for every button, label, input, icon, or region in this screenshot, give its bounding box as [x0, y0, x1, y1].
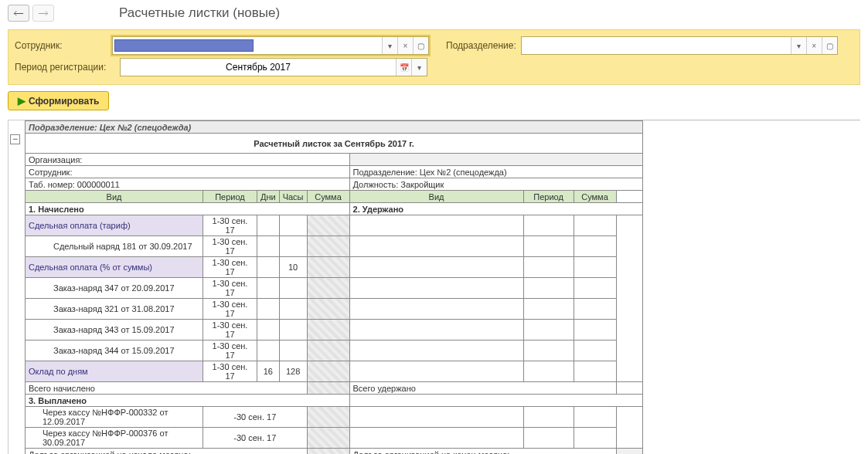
row-period: 1-30 сен. 17: [203, 215, 257, 236]
row-sum: [307, 340, 349, 361]
row-period: 1-30 сен. 17: [203, 278, 257, 299]
generate-label: Сформировать: [29, 96, 99, 107]
paid-name: Через кассу №НФФР-000376 от 30.09.2017: [26, 428, 203, 449]
paid-name: Через кассу №НФФР-000332 от 12.09.2017: [26, 407, 203, 428]
payslip-table: Подразделение: Цех №2 (спецодежда) Расче…: [25, 120, 643, 454]
debt-start: Долг за организацией на начало месяца:: [26, 449, 308, 455]
row-period: 1-30 сен. 17: [203, 299, 257, 320]
row-name: Сдельная оплата (тариф): [26, 215, 203, 236]
row-sum: [307, 215, 349, 236]
row-period: 1-30 сен. 17: [203, 236, 257, 257]
row-hours: 128: [279, 361, 307, 382]
info-position: Должность: Закройщик: [349, 178, 642, 191]
employee-input-wrap: ▾ × ▢: [112, 36, 429, 55]
toolbar: 🡐 🡒 Расчетные листки (новые): [0, 0, 868, 26]
filter-panel: Сотрудник: ▾ × ▢ Подразделение: ▾ × ▢ Пе…: [8, 29, 860, 85]
forward-button[interactable]: 🡒: [32, 5, 54, 22]
row-days: [257, 278, 280, 299]
row-name: Сдельная оплата (% от суммы): [26, 257, 203, 278]
col-kind-r: Вид: [349, 191, 523, 203]
row-days: [257, 257, 280, 278]
page-title: Расчетные листки (новые): [119, 5, 280, 21]
period-dropdown-button[interactable]: ▾: [411, 59, 427, 76]
emp-label: Сотрудник:: [29, 168, 73, 177]
row-period: 1-30 сен. 17: [203, 361, 257, 382]
employee-label: Сотрудник:: [15, 40, 107, 51]
row-sum: [307, 299, 349, 320]
total-withheld: Всего удержано: [349, 382, 616, 395]
row-period: 1-30 сен. 17: [203, 340, 257, 361]
row-name: Заказ-наряд 347 от 20.09.2017: [26, 278, 203, 299]
row-sum: [307, 278, 349, 299]
org-label: Организация:: [29, 155, 82, 164]
row-sum: [307, 236, 349, 257]
row-period: 1-30 сен. 17: [203, 320, 257, 340]
paid-period: -30 сен. 17: [203, 407, 308, 428]
sec-withheld: 2. Удержано: [349, 203, 642, 215]
row-sum: [307, 361, 349, 382]
col-sum-l: Сумма: [307, 191, 349, 203]
row-name: Сдельный наряд 181 от 30.09.2017: [26, 236, 203, 257]
department-input-wrap: ▾ × ▢: [521, 36, 838, 55]
row-hours: [279, 340, 307, 361]
col-kind-l: Вид: [26, 191, 203, 203]
tab-num: Таб. номер: 000000011: [26, 178, 350, 191]
period-input[interactable]: [121, 59, 396, 76]
row-hours: [279, 320, 307, 340]
row-days: [257, 320, 280, 340]
row-name: Заказ-наряд 343 от 15.09.2017: [26, 320, 203, 340]
row-name: Заказ-наряд 321 от 31.08.2017: [26, 299, 203, 320]
dept-header: Подразделение: Цех №2 (спецодежда): [26, 121, 643, 134]
employee-open-button[interactable]: ▢: [413, 37, 428, 54]
debt-end: Долг за организацией на конец месяца:: [349, 449, 616, 455]
row-days: [257, 299, 280, 320]
payslip-title: Расчетный листок за Сентябрь 2017 г.: [26, 134, 643, 154]
paid-period: -30 сен. 17: [203, 428, 308, 449]
total-accrued: Всего начислено: [26, 382, 308, 395]
row-hours: [279, 215, 307, 236]
col-hours: Часы: [279, 191, 307, 203]
col-period-r: Период: [523, 191, 574, 203]
row-sum: [307, 257, 349, 278]
tree-collapse-button[interactable]: −: [10, 134, 20, 144]
row-days: [257, 215, 280, 236]
sec-accrued: 1. Начислено: [26, 203, 350, 215]
back-button[interactable]: 🡐: [8, 5, 29, 22]
row-days: [257, 340, 280, 361]
employee-value-redacted: [114, 39, 254, 52]
col-period-l: Период: [203, 191, 257, 203]
period-label: Период регистрации:: [15, 62, 115, 73]
department-dropdown-button[interactable]: ▾: [791, 37, 806, 54]
col-days: Дни: [257, 191, 280, 203]
department-input[interactable]: [522, 37, 791, 54]
tree-gutter: −: [8, 120, 25, 454]
generate-button[interactable]: ▶ Сформировать: [8, 91, 109, 110]
row-hours: [279, 236, 307, 257]
employee-dropdown-button[interactable]: ▾: [382, 37, 397, 54]
col-sum-r: Сумма: [574, 191, 616, 203]
row-period: 1-30 сен. 17: [203, 257, 257, 278]
department-label: Подразделение:: [446, 40, 516, 51]
employee-clear-button[interactable]: ×: [397, 37, 413, 54]
row-hours: [279, 278, 307, 299]
row-hours: 10: [279, 257, 307, 278]
info-dept: Подразделение: Цех №2 (спецодежда): [349, 166, 642, 178]
period-input-wrap: 📅 ▾: [120, 58, 427, 76]
row-name: Заказ-наряд 344 от 15.09.2017: [26, 340, 203, 361]
row-days: [257, 236, 280, 257]
department-open-button[interactable]: ▢: [822, 37, 837, 54]
calendar-icon[interactable]: 📅: [396, 59, 411, 76]
row-days: 16: [257, 361, 280, 382]
row-name: Оклад по дням: [26, 361, 203, 382]
sec-paid: 3. Выплачено: [26, 395, 350, 407]
play-icon: ▶: [18, 95, 26, 107]
report-area: − Подразделение: Цех №2 (спецодежда) Рас…: [8, 120, 860, 454]
department-clear-button[interactable]: ×: [806, 37, 822, 54]
row-sum: [307, 320, 349, 340]
row-hours: [279, 299, 307, 320]
